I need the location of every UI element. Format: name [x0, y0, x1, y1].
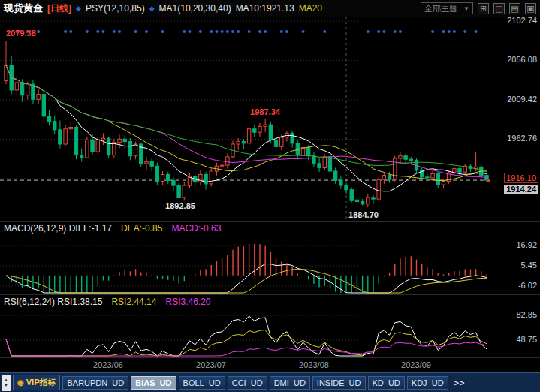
layout-split-icon[interactable]: ◫	[493, 3, 505, 14]
price-level-tag: 1916.10	[504, 173, 538, 183]
x-axis-label: 2023/06	[86, 360, 131, 369]
price-arrow-icon: ▲	[485, 176, 492, 184]
chevron-down-icon: ▼	[463, 5, 469, 12]
x-axis-label: 2023/09	[394, 360, 439, 369]
current-price-tag: 1914.24	[504, 185, 538, 194]
date-axis: 2023/06 2023/07 2023/08 2023/09	[0, 357, 540, 372]
rsi-axis-label: 48.75	[516, 335, 537, 344]
tab-kdj-ud[interactable]: KDJ_UD	[407, 376, 448, 390]
x-axis-label: 2023/08	[291, 360, 336, 369]
vip-indicator-button[interactable]: ◉ VIP指标	[13, 375, 60, 390]
rsi-chart-canvas[interactable]	[0, 308, 540, 357]
trading-app-window: 现货黄金 [日线] ◆ PSY(12,10,85) ◆ MA1(10,20,30…	[0, 0, 540, 392]
layout-grid-icon[interactable]: ⊞	[478, 3, 489, 14]
symbol-name: 现货黄金	[4, 2, 43, 15]
layout-rows-icon[interactable]: ▤	[509, 3, 520, 14]
tab-scroll-spinner[interactable]: ▲ ▼	[2, 375, 11, 391]
spinner-down-icon: ▼	[4, 383, 8, 388]
tab-barupdn-ud[interactable]: BARUPDN_UD	[62, 376, 128, 390]
rsi-axis-label: 82.85	[516, 310, 537, 319]
price-axis-label: 2009.42	[507, 95, 537, 104]
tab-more-button[interactable]: >>	[451, 377, 469, 389]
low-annotation: 1884.70	[339, 210, 388, 219]
spinner-up-icon: ▲	[4, 378, 8, 383]
macd-axis-label: 5.45	[521, 261, 537, 270]
macd-label-row: MACD(26,12,9) DIFF:-1.17 DEA:-0.85 MACD:…	[0, 221, 540, 234]
macd-diff-label: MACD(26,12,9) DIFF:-1.17	[4, 223, 112, 234]
rsi2-label: RSI2:44.14	[111, 297, 156, 307]
macd-value-label: MACD:-0.63	[171, 223, 221, 234]
price-axis-label: 2102.74	[507, 16, 537, 25]
layout-full-icon[interactable]: ▣	[525, 3, 536, 14]
indicator-tab-bar: ▲ ▼ ◉ VIP指标 BARUPDN_UD BIAS_UD BOLL_UD C…	[0, 372, 540, 392]
psy-params-label: PSY(12,10,85)	[86, 3, 145, 14]
macd-axis-label: -6.02	[518, 281, 537, 290]
rsi1-label: RSI(6,12,24) RSI1:38.15	[4, 297, 102, 307]
swing-low-annotation: 1892.85	[156, 201, 204, 210]
swing-high-annotation: 1987.34	[241, 107, 289, 116]
tab-dmi-ud[interactable]: DMI_UD	[270, 376, 310, 390]
ma20-label: MA20	[299, 3, 322, 14]
tab-boll-ud[interactable]: BOLL_UD	[179, 376, 225, 390]
macd-axis-label: 16.92	[516, 240, 537, 249]
ma10-value-label: MA10:1921.13	[236, 3, 294, 14]
macd-panel: 16.92 5.45 -6.02	[0, 234, 540, 294]
theme-dropdown-label: 全部主题	[424, 3, 457, 14]
tab-bias-ud[interactable]: BIAS_UD	[131, 376, 176, 390]
price-axis-label: 2056.08	[507, 55, 537, 64]
price-axis-label: 1962.76	[507, 134, 537, 143]
tab-kd-ud[interactable]: KD_UD	[368, 376, 405, 390]
rsi-label-row: RSI(6,12,24) RSI1:38.15 RSI2:44.14 RSI3:…	[0, 294, 540, 308]
ma-group-label: MA1(10,20,30,40)	[159, 3, 231, 14]
period-label: [日线]	[47, 2, 71, 15]
tab-cci-ud[interactable]: CCI_UD	[228, 376, 267, 390]
chart-header: 现货黄金 [日线] ◆ PSY(12,10,85) ◆ MA1(10,20,30…	[0, 0, 540, 17]
psy-indicator-icon: ◆	[76, 5, 81, 12]
rsi-panel: 82.85 48.75	[0, 308, 540, 357]
theme-dropdown[interactable]: 全部主题 ▼	[421, 2, 473, 14]
macd-chart-canvas[interactable]	[0, 234, 540, 294]
main-candlestick-panel: 2102.74 2056.08 2009.42 1962.76 1916.10 …	[0, 17, 540, 221]
ma-indicator-icon: ◆	[149, 5, 155, 12]
tab-inside-ud[interactable]: INSIDE_UD	[312, 376, 366, 390]
vip-button-label: VIP指标	[26, 377, 56, 388]
vip-badge-icon: ◉	[17, 378, 24, 387]
main-chart-canvas[interactable]	[0, 17, 540, 221]
high-annotation: 2079.38	[0, 29, 50, 38]
x-axis-label: 2023/07	[189, 360, 234, 369]
rsi3-label: RSI3:46.20	[165, 297, 210, 307]
macd-dea-label: DEA:-0.85	[121, 223, 162, 234]
